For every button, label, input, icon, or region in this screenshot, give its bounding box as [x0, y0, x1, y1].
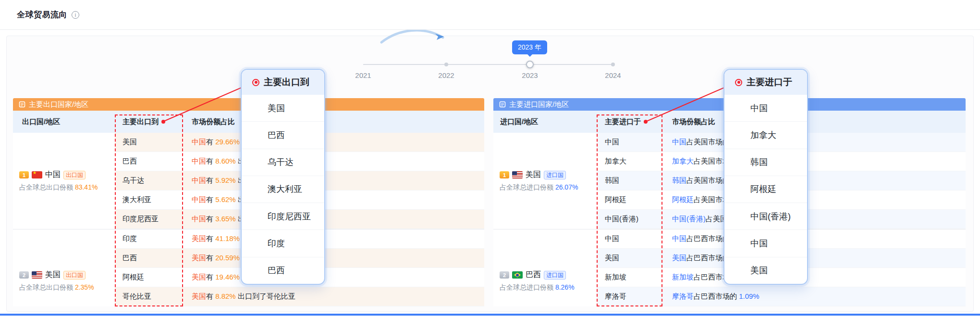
trade-flow-page: 全球贸易流向 i 2023 年 2021 2022 2023 2024 主要出口…	[0, 0, 980, 318]
page-title: 全球贸易流向	[17, 9, 67, 20]
bottom-accent-bar	[0, 314, 980, 316]
popup-item[interactable]: 印度尼西亚	[242, 203, 324, 230]
col-export-dest: 主要出口到	[115, 117, 183, 127]
red-target-icon	[252, 79, 259, 86]
global-share: 占全球总进口份额 8.26%	[500, 283, 597, 292]
export-popup-title: 主要出口到	[264, 76, 309, 89]
exporter-cell: 1 中国 出口国 占全球总出口份额 83.41%	[13, 133, 115, 229]
import-table-title: 主要进口国家/地区	[509, 100, 569, 109]
timeline-track	[363, 64, 613, 65]
popup-item[interactable]: 中国(香港)	[724, 203, 807, 230]
popup-item[interactable]: 加拿大	[724, 122, 807, 149]
report-icon	[499, 101, 506, 108]
popup-item[interactable]: 阿根廷	[724, 176, 807, 203]
col-exporter: 出口国/地区	[13, 117, 115, 127]
timeline-tick-2022[interactable]	[444, 63, 448, 66]
col-market-share: 市场份额占比	[183, 117, 484, 127]
annotation-dot	[644, 120, 648, 124]
report-icon	[19, 101, 25, 108]
exporter-tag: 出口国	[63, 171, 86, 179]
popup-item[interactable]: 中国	[724, 95, 807, 122]
rank-badge: 1	[500, 171, 509, 178]
importer-tag: 进口国	[544, 271, 566, 280]
timeline-handle-2023[interactable]	[526, 61, 534, 68]
popup-item[interactable]: 巴西	[242, 257, 324, 284]
importer-cell: 1 美国 进口国 占全球总进口份额 26.07%	[493, 133, 597, 229]
popup-item[interactable]: 美国	[242, 95, 324, 122]
china-flag-icon	[32, 171, 42, 178]
year-label-2023[interactable]: 2023	[522, 71, 538, 79]
import-column-popup[interactable]: 主要进口于 中国 加拿大 韩国 阿根廷 中国(香港) 中国 美国	[723, 69, 808, 285]
export-column-popup[interactable]: 主要出口到 美国 巴西 乌干达 澳大利亚 印度尼西亚 印度 巴西	[241, 69, 325, 285]
table-row: 摩洛哥 摩洛哥占巴西市场的 1.09%	[597, 287, 966, 306]
country-name: 美国	[45, 270, 61, 280]
timeline-tick-2024[interactable]	[611, 63, 615, 66]
importer-tag: 进口国	[544, 171, 566, 179]
popup-item[interactable]: 中国	[724, 230, 807, 257]
rank-badge: 1	[19, 171, 29, 178]
title-bar: 全球贸易流向 i	[0, 0, 980, 30]
popup-item[interactable]: 美国	[724, 257, 807, 284]
year-tooltip: 2023 年	[512, 40, 547, 54]
global-share: 占全球总进口份额 26.07%	[500, 183, 597, 192]
global-share: 占全球总出口份额 83.41%	[19, 183, 115, 192]
global-share: 占全球总出口份额 2.35%	[19, 283, 115, 292]
col-market-share: 市场份额占比	[662, 117, 966, 127]
import-popup-header: 主要进口于	[724, 70, 807, 95]
country-name: 中国	[45, 170, 61, 180]
exporter-tag: 出口国	[63, 271, 86, 280]
year-label-2022[interactable]: 2022	[438, 71, 454, 79]
rank-badge: 2	[500, 271, 509, 279]
popup-item[interactable]: 澳大利亚	[242, 176, 324, 203]
popup-item[interactable]: 韩国	[724, 149, 807, 176]
table-row: 哥伦比亚 美国有 8.82% 出口到了哥伦比亚	[115, 287, 484, 306]
popup-item[interactable]: 印度	[242, 230, 324, 257]
info-icon[interactable]: i	[72, 11, 79, 19]
exporter-cell: 2 美国 出口国 占全球总出口份额 2.35%	[13, 229, 115, 306]
importer-cell: 2 巴西 进口国 占全球总进口份额 8.26%	[493, 229, 597, 306]
rank-badge: 2	[19, 271, 29, 279]
popup-item[interactable]: 乌干达	[242, 149, 324, 176]
import-popup-title: 主要进口于	[747, 76, 792, 89]
col-importer: 进口国/地区	[493, 117, 597, 127]
popup-item[interactable]: 巴西	[242, 122, 324, 149]
year-label-2024[interactable]: 2024	[605, 71, 621, 79]
export-popup-header: 主要出口到	[242, 70, 324, 95]
usa-flag-icon	[32, 271, 42, 279]
red-target-icon	[735, 79, 742, 86]
col-import-src: 主要进口于	[597, 117, 662, 127]
export-table-title: 主要出口国家/地区	[29, 100, 88, 109]
country-name: 巴西	[526, 270, 541, 280]
brazil-flag-icon	[512, 271, 523, 279]
country-name: 美国	[526, 170, 541, 180]
usa-flag-icon	[512, 171, 523, 178]
year-label-2021[interactable]: 2021	[355, 71, 371, 79]
annotation-dot	[161, 120, 165, 124]
